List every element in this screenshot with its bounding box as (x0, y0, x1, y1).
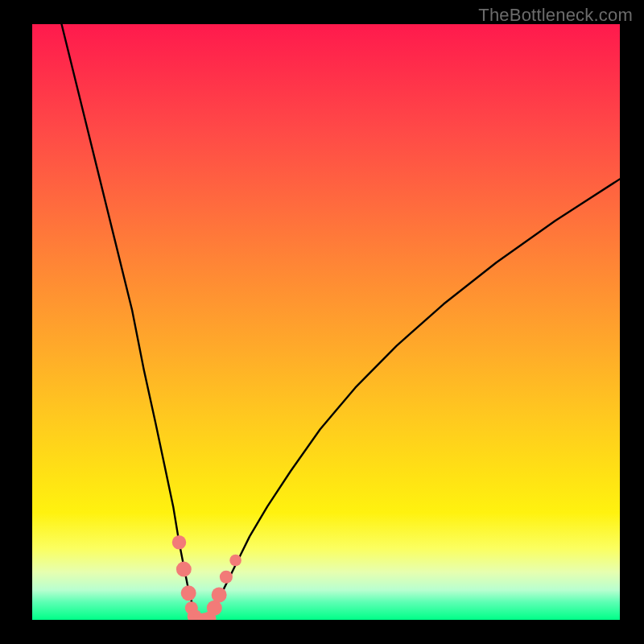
data-markers (172, 535, 242, 620)
data-marker (207, 601, 222, 616)
chart-svg (32, 24, 620, 620)
data-marker (172, 535, 187, 550)
data-marker (212, 587, 227, 602)
bottleneck-curve (62, 24, 621, 620)
plot-area (32, 24, 620, 620)
curve-path (62, 24, 621, 620)
watermark-text: TheBottleneck.com (478, 5, 633, 26)
data-marker (220, 571, 233, 584)
data-marker (229, 555, 242, 567)
data-marker (176, 562, 192, 577)
chart-frame: TheBottleneck.com (0, 0, 644, 644)
data-marker (181, 585, 196, 601)
